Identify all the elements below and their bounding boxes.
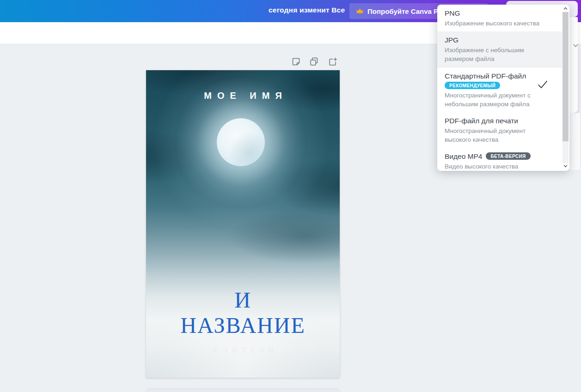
try-canva-pro-label: Попробуйте Canva Pro — [367, 7, 445, 15]
beta-badge: БЕТА-ВЕРСИЯ — [486, 152, 530, 160]
canva-editor: сегодня изменит Все Попробуйте Canva Pro — [0, 0, 581, 392]
moon-image — [217, 118, 265, 166]
option-title: PDF-файл для печати — [445, 116, 558, 126]
export-option-video-mp4[interactable]: Видео MP4БЕТА-ВЕРСИЯ Видео высокого каче… — [437, 148, 562, 171]
export-option-png[interactable]: PNG Изображение высокого качества — [437, 5, 562, 31]
option-description: Многостраничный документ высокого качест… — [445, 127, 552, 144]
notes-icon[interactable] — [292, 57, 301, 66]
option-title: PNG — [445, 8, 558, 18]
export-option-pdf-print[interactable]: PDF-файл для печати Многостраничный доку… — [437, 112, 562, 148]
recommended-badge: РЕКОМЕНДУЕМЫЙ — [445, 82, 500, 89]
option-title: JPG — [445, 35, 558, 45]
promo-text: сегодня изменит Все — [269, 6, 345, 14]
export-option-pdf-standard[interactable]: Стандартный PDF-файл РЕКОМЕНДУЕМЫЙ Много… — [437, 67, 562, 112]
scrollbar-thumb[interactable] — [563, 12, 569, 141]
export-format-menu: PNG Изображение высокого качества JPG Из… — [437, 5, 569, 171]
cover-author-text[interactable]: МОЕ ИМЯ — [146, 90, 340, 101]
add-page-icon[interactable] — [328, 57, 337, 66]
export-option-jpg[interactable]: JPG Изображение с небольшим размером фай… — [437, 31, 562, 67]
cover-title-text[interactable]: И НАЗВАНИЕ — [146, 287, 340, 338]
scrollbar-track[interactable] — [563, 141, 569, 163]
cover-title-line2: НАЗВАНИЕ — [146, 313, 340, 338]
cover-genre-text[interactable]: ФЭНТЕЗИ — [146, 345, 340, 355]
option-description: Изображение с небольшим размером файла — [445, 46, 552, 63]
scrollbar-down-icon[interactable] — [563, 163, 569, 169]
next-page[interactable] — [146, 389, 340, 392]
duplicate-page-icon[interactable] — [310, 57, 319, 66]
checkmark-icon — [537, 79, 548, 90]
option-description: Видео высокого качества — [445, 162, 552, 171]
crown-icon — [356, 8, 364, 14]
option-description: Многостраничный документ с небольшим раз… — [445, 91, 552, 109]
menu-scrollbar[interactable] — [563, 6, 569, 169]
export-format-list: PNG Изображение высокого качества JPG Из… — [437, 5, 562, 171]
cover-title-line1: И — [146, 287, 340, 313]
scrollbar-up-icon[interactable] — [563, 6, 569, 12]
option-title: Видео MP4 — [445, 152, 482, 160]
option-description: Изображение высокого качества — [445, 19, 552, 28]
download-panel-lower-edge — [569, 113, 580, 170]
chevron-down-icon[interactable] — [573, 44, 578, 48]
cover-page[interactable]: МОЕ ИМЯ И НАЗВАНИЕ ФЭНТЕЗИ — [146, 70, 340, 378]
